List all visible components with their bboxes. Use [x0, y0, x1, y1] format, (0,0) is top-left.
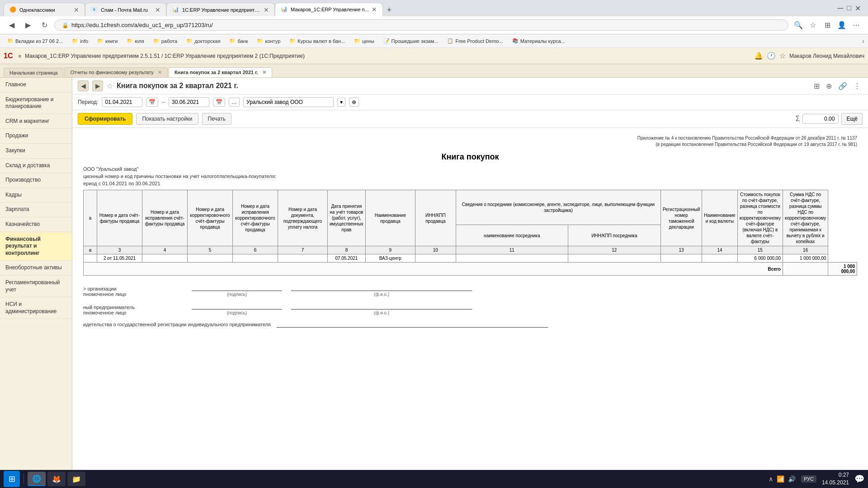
bookmark-demo[interactable]: 📋 Free Product Demo...: [443, 37, 506, 45]
profile-icon[interactable]: 👤: [835, 19, 848, 32]
calendar-to-button[interactable]: 📅: [213, 98, 225, 107]
period-to-input[interactable]: [169, 97, 209, 107]
sidebar-item-financial[interactable]: Финансовый результат и контроллинг: [0, 232, 72, 261]
col-stoi-num: 15: [737, 246, 783, 254]
browser-tab-1[interactable]: 🟠 Одноклассники ✕: [4, 3, 85, 16]
search-icon[interactable]: 🔍: [792, 19, 805, 32]
language-badge[interactable]: РУС: [801, 475, 816, 483]
sig-sign-2: (подпись): [192, 303, 282, 315]
address-bar[interactable]: 🔒 https://edu.1cfresh.com/a/edu_uc1_erp_…: [54, 19, 788, 31]
taskbar-clock[interactable]: 0:27 14.05.2021: [822, 471, 849, 487]
sidebar-item-sales[interactable]: Продажи: [0, 129, 72, 144]
col-header-naim: Наименование и код валюты: [702, 190, 737, 246]
org-select-button[interactable]: ▾: [337, 98, 345, 107]
organization-input[interactable]: [243, 97, 334, 107]
sum-input[interactable]: [802, 114, 839, 124]
sidebar-item-purchases[interactable]: Закупки: [0, 144, 72, 159]
bell-icon[interactable]: 🔔: [754, 52, 763, 60]
tab-home[interactable]: Начальная страница: [4, 68, 63, 77]
sidebar-item-warehouse[interactable]: Склад и доставка: [0, 159, 72, 174]
refresh-button[interactable]: ↻: [38, 19, 51, 32]
history-icon[interactable]: 🕐: [767, 52, 776, 60]
tab-close-3[interactable]: ✕: [264, 6, 269, 14]
start-button[interactable]: ⊞: [4, 471, 20, 487]
total-label: Всего: [84, 263, 783, 276]
minimize-button[interactable]: ─: [838, 4, 844, 13]
taskbar-browser-button[interactable]: 🌐: [28, 472, 46, 486]
sidebar-item-nsi[interactable]: НСИ и администрирование: [0, 297, 72, 319]
menu-icon[interactable]: ⋯: [850, 19, 863, 32]
back-button[interactable]: ◀: [5, 19, 18, 32]
more-vert-icon[interactable]: ⋮: [852, 81, 863, 91]
bookmark-yulia[interactable]: 📁 юля: [123, 37, 147, 45]
sidebar-item-treasury[interactable]: Казначейство: [0, 217, 72, 232]
browser-titlebar: 🟠 Одноклассники ✕ 📧 Спам - Почта Mail.ru…: [0, 0, 868, 16]
sidebar-item-budget[interactable]: Бюджетирование и планирование: [0, 93, 72, 114]
sidebar-item-reg[interactable]: Регламентированный учет: [0, 276, 72, 297]
settings-button[interactable]: Показать настройки: [136, 113, 198, 125]
col-header-num: а: [84, 190, 97, 246]
doc-favorite-button[interactable]: ☆: [107, 82, 113, 90]
up-arrow-icon[interactable]: ∧: [769, 475, 773, 483]
period-options-button[interactable]: …: [229, 98, 240, 107]
calendar-from-button[interactable]: 📅: [146, 98, 158, 107]
bookmark-materials[interactable]: 📚 Материалы курса...: [509, 37, 569, 45]
share-icon[interactable]: ⊕: [824, 81, 834, 91]
col-header-sf: Номер и дата счёт-фактуры продавца: [97, 190, 142, 246]
link-icon[interactable]: 🔗: [836, 81, 849, 91]
sig-ip-note: идетельства о государственной регистраци…: [83, 322, 857, 328]
tab-close-2[interactable]: ✕: [155, 6, 160, 14]
tab-close-4[interactable]: ✕: [372, 6, 377, 13]
doc-period-label: ериод с 01.04.2021 по 30.06.2021: [83, 181, 857, 186]
star-icon[interactable]: ☆: [779, 52, 786, 60]
sidebar-item-crm[interactable]: CRM и маркетинг: [0, 114, 72, 129]
tab-close-1[interactable]: ✕: [74, 6, 79, 14]
bookmark-prices[interactable]: 📁 цены: [350, 37, 377, 45]
bookmark-books[interactable]: 📁 книги: [94, 37, 121, 45]
taskbar-fox-button[interactable]: 🦊: [47, 472, 66, 486]
favorites-icon[interactable]: ☆: [807, 19, 819, 32]
browser-tab-2[interactable]: 📧 Спам - Почта Mail.ru ✕: [85, 3, 166, 16]
bookmark-doc[interactable]: 📁 докторская: [183, 37, 224, 45]
doc-back-button[interactable]: ◀: [78, 80, 89, 91]
print-button[interactable]: Печать: [202, 113, 231, 125]
notification-icon[interactable]: 💬: [854, 474, 864, 484]
bookmark-currency[interactable]: 📁 Курсы валют в бан...: [286, 37, 349, 45]
org-open-button[interactable]: ⊕: [349, 98, 359, 107]
bookmark-info[interactable]: 📁 info: [68, 37, 92, 45]
tab-book[interactable]: Книга покупок за 2 квартал 2021 г. ✕: [169, 67, 272, 77]
sidebar-item-assets[interactable]: Внеоборотные активы: [0, 261, 72, 276]
total-nds: 1 000 000,00: [828, 263, 857, 276]
bookmark-kontur[interactable]: 📁 контур: [253, 37, 284, 45]
sidebar-item-salary[interactable]: Зарплата: [0, 202, 72, 217]
network-icon[interactable]: 📶: [777, 475, 784, 483]
form-button[interactable]: Сформировать: [78, 113, 132, 125]
maximize-button[interactable]: □: [847, 4, 851, 12]
sidebar-item-hr[interactable]: Кадры: [0, 188, 72, 203]
bookmarks-more[interactable]: ›: [862, 38, 864, 45]
forward-button[interactable]: ▶: [22, 19, 34, 32]
more-button[interactable]: Ещё: [841, 113, 863, 125]
bookmark-bank[interactable]: 📁 банк: [226, 37, 251, 45]
volume-icon[interactable]: 🔊: [788, 475, 796, 483]
bookmark-tabs[interactable]: 📁 Вкладки из 27 06 2...: [4, 37, 66, 45]
bookmark-exams[interactable]: 📝 Прошедшие экзам...: [380, 37, 442, 45]
close-button[interactable]: ✕: [855, 4, 861, 13]
new-tab-button[interactable]: +: [383, 4, 396, 16]
sidebar-item-main[interactable]: Главное: [0, 78, 72, 93]
taskbar-explorer-button[interactable]: 📁: [67, 472, 85, 486]
col-header-doc: Номер и дата документа, подтверждающего …: [278, 190, 328, 246]
grid-view-icon[interactable]: ⊞: [812, 81, 821, 91]
collections-icon[interactable]: ⊞: [821, 19, 834, 32]
period-from-input[interactable]: [102, 97, 142, 107]
browser-tab-4[interactable]: 📊 Макаров_1С:ERP Управление п... ✕: [275, 3, 383, 16]
close-book-tab[interactable]: ✕: [262, 70, 266, 75]
clock-time: 0:27: [822, 471, 849, 479]
tab-reports[interactable]: Отчеты по финансовому результату ✕: [64, 67, 167, 77]
browser-tab-3[interactable]: 📊 1С:ERP Управление предприяти... ✕: [166, 3, 275, 16]
tab-title-2: Спам - Почта Mail.ru: [101, 7, 152, 13]
doc-forward-button[interactable]: ▶: [92, 80, 103, 91]
close-reports-tab[interactable]: ✕: [158, 70, 162, 75]
sidebar-item-production[interactable]: Производство: [0, 173, 72, 188]
bookmark-work[interactable]: 📁 работа: [150, 37, 181, 45]
